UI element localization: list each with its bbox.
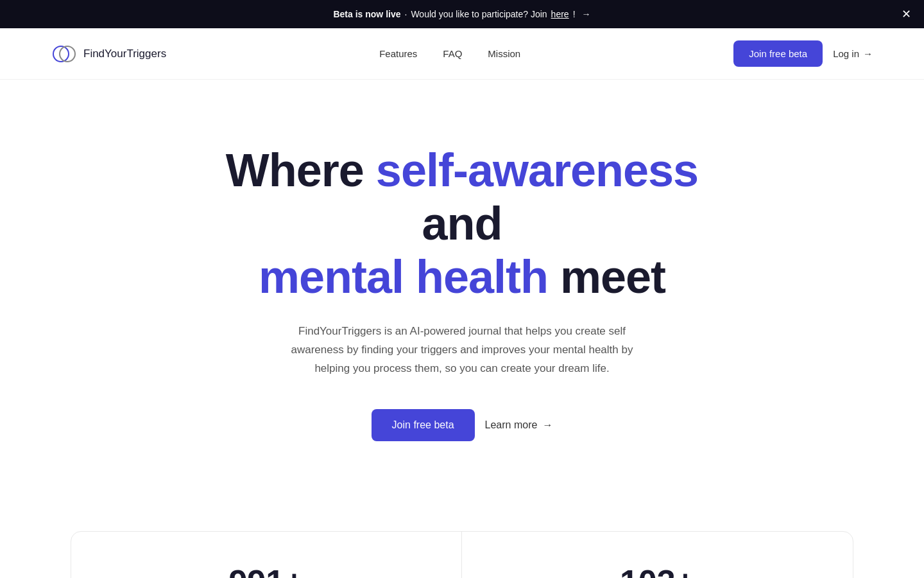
nav-login-button[interactable]: Log in → <box>833 48 873 59</box>
hero-title-highlight2: mental health <box>259 251 548 302</box>
banner-close-button[interactable]: ✕ <box>902 8 911 20</box>
banner-normal-text: Would you like to participate? Join <box>411 9 547 19</box>
hero-title-part2: and <box>422 198 502 249</box>
stat-number-1: 103+ <box>501 563 814 578</box>
hero-title-part3: meet <box>548 251 665 302</box>
banner-content: Beta is now live · Would you like to par… <box>333 9 590 19</box>
nav-brand-name: FindYourTriggers <box>83 48 166 60</box>
stat-number-0: 991+ <box>110 563 423 578</box>
main-nav: FindYourTriggers Features FAQ Mission Jo… <box>0 28 924 80</box>
nav-link-mission[interactable]: Mission <box>488 48 520 59</box>
hero-learn-more-button[interactable]: Learn more → <box>485 419 553 431</box>
hero-title-highlight1: self-awareness <box>376 144 698 196</box>
hero-join-beta-button[interactable]: Join free beta <box>372 409 475 441</box>
announcement-banner: Beta is now live · Would you like to par… <box>0 0 924 28</box>
hero-learn-more-arrow: → <box>542 419 552 431</box>
nav-login-arrow: → <box>863 48 873 59</box>
svg-point-1 <box>60 46 75 62</box>
stat-card-1: 103+ Sign-ups <box>462 532 853 578</box>
banner-separator: · <box>405 9 407 19</box>
stats-section: 991+ Sign-ups 103+ Sign-ups <box>71 531 853 578</box>
banner-link[interactable]: here <box>551 9 569 19</box>
hero-subtitle: FindYourTriggers is an AI-powered journa… <box>282 322 642 378</box>
hero-title: Where self-awareness and mental health m… <box>205 144 719 303</box>
stat-card-0: 991+ Sign-ups <box>71 532 462 578</box>
banner-arrow: → <box>582 9 591 19</box>
banner-exclamation: ! <box>573 9 576 19</box>
hero-section: Where self-awareness and mental health m… <box>0 80 924 480</box>
hero-title-part1: Where <box>226 144 376 196</box>
nav-link-faq[interactable]: FAQ <box>443 48 462 59</box>
nav-actions: Join free beta Log in → <box>733 40 873 67</box>
nav-links: Features FAQ Mission <box>379 48 520 59</box>
svg-point-0 <box>53 46 69 62</box>
nav-logo[interactable]: FindYourTriggers <box>51 41 166 67</box>
banner-live-text: Beta is now live <box>333 9 400 19</box>
nav-login-label: Log in <box>833 48 859 59</box>
hero-learn-more-label: Learn more <box>485 419 538 431</box>
hero-buttons: Join free beta Learn more → <box>372 409 553 441</box>
nav-join-beta-button[interactable]: Join free beta <box>733 40 823 67</box>
logo-icon <box>51 41 77 67</box>
nav-link-features[interactable]: Features <box>379 48 417 59</box>
